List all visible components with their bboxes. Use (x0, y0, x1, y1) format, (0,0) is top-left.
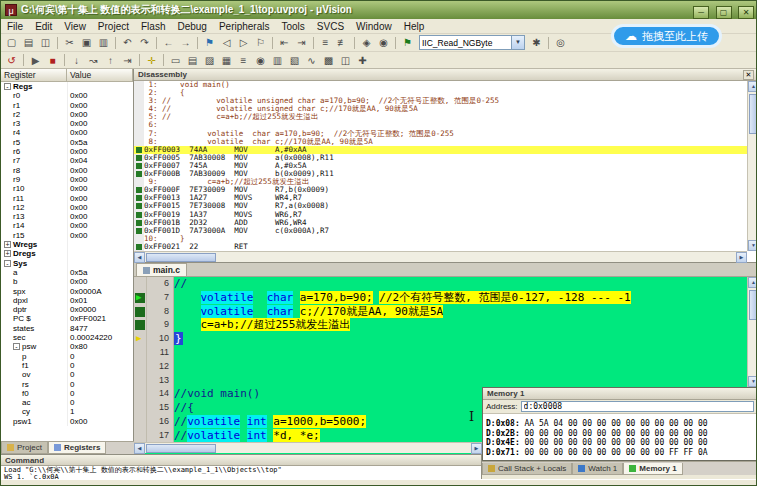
collapse-icon[interactable]: - (4, 260, 11, 267)
tab-memory-1[interactable]: Memory 1 (623, 463, 682, 475)
menu-debug[interactable]: Debug (171, 21, 212, 32)
tab-project[interactable]: Project (1, 442, 48, 454)
redo-button[interactable]: ↷ (136, 35, 153, 50)
editor-line[interactable]: 12 (134, 360, 747, 374)
menu-flash[interactable]: Flash (135, 21, 171, 32)
expand-icon[interactable]: + (4, 241, 11, 248)
scroll-thumb[interactable] (749, 290, 757, 320)
menu-file[interactable]: File (1, 21, 29, 32)
register-row-a[interactable]: a0x5a (1, 268, 133, 277)
register-row-r10[interactable]: r100x00 (1, 184, 133, 193)
register-row-psw[interactable]: -psw0x80 (1, 342, 133, 351)
register-row-r9[interactable]: r90x00 (1, 175, 133, 184)
register-row-r11[interactable]: r110x00 (1, 194, 133, 203)
column-register[interactable]: Register (1, 69, 67, 81)
register-row-r8[interactable]: r80x00 (1, 166, 133, 175)
open-file-button[interactable]: ▤ (20, 35, 37, 50)
registers-tree[interactable]: -Regsr00x00r10x00r20x00r30x00r40x00r50x5… (1, 82, 133, 441)
register-row-r6[interactable]: r60x00 (1, 147, 133, 156)
editor-line[interactable]: 11 (134, 346, 747, 360)
step-out-button[interactable]: ↑ (102, 53, 119, 68)
menu-project[interactable]: Project (92, 21, 135, 32)
scroll-right-icon[interactable]: ▶ (471, 443, 482, 454)
step-over-button[interactable]: ↝ (85, 53, 102, 68)
editor-line[interactable]: 9 c=a+b;//超过255就发生溢出 (134, 318, 747, 332)
navigate-forward-button[interactable]: → (177, 35, 194, 50)
register-row-regs[interactable]: -Regs (1, 82, 133, 91)
system-viewer-button[interactable]: ◫ (337, 53, 354, 68)
scroll-down-icon[interactable]: ▼ (748, 376, 757, 387)
scroll-left-icon[interactable]: ◀ (134, 252, 145, 263)
collapse-icon[interactable]: - (4, 83, 11, 90)
new-file-button[interactable]: ▢ (3, 35, 20, 50)
bookmark-toggle-button[interactable]: ⚑ (201, 35, 218, 50)
register-row-r0[interactable]: r00x00 (1, 91, 133, 100)
editor-line[interactable]: ▶10} (134, 332, 747, 346)
toolbox-button[interactable]: ✚ (354, 53, 371, 68)
minimize-button[interactable]: ─ (693, 6, 709, 19)
tab-watch-1[interactable]: Watch 1 (572, 463, 623, 475)
editor-vertical-scrollbar[interactable]: ▲ ▼ (747, 277, 757, 387)
scroll-thumb[interactable] (146, 444, 216, 453)
upload-overlay-button[interactable]: ☁ 拖拽至此上传 (611, 24, 722, 48)
chevron-down-icon[interactable]: ▼ (511, 36, 524, 49)
register-row-f0[interactable]: f00 (1, 389, 133, 398)
register-row-r2[interactable]: r20x00 (1, 110, 133, 119)
search-magnifier-button[interactable]: ◎ (552, 35, 569, 50)
scroll-left-icon[interactable]: ◀ (134, 443, 145, 454)
register-row-r4[interactable]: r40x00 (1, 128, 133, 137)
scroll-up-icon[interactable]: ▲ (748, 81, 757, 92)
register-row-cy[interactable]: cy1 (1, 407, 133, 416)
register-row-dptr[interactable]: dptr0x0000 (1, 305, 133, 314)
scroll-right-icon[interactable]: ▶ (736, 252, 747, 263)
copy-button[interactable]: ▣ (78, 35, 95, 50)
disassembly-horizontal-scrollbar[interactable]: ◀ ▶ (134, 251, 747, 262)
disassembly-window-button[interactable]: ▤ (184, 53, 201, 68)
editor-line[interactable]: 6// (134, 277, 747, 291)
editor-line[interactable]: 13 (134, 374, 747, 388)
menu-edit[interactable]: Edit (29, 21, 58, 32)
registers-window-button[interactable]: ▦ (218, 53, 235, 68)
menu-window[interactable]: Window (350, 21, 398, 32)
cut-button[interactable]: ✂ (61, 35, 78, 50)
reset-cpu-button[interactable]: ↺ (3, 53, 20, 68)
scroll-thumb[interactable] (749, 94, 757, 134)
register-row-r7[interactable]: r70x04 (1, 156, 133, 165)
register-row-sys[interactable]: -Sys (1, 259, 133, 268)
register-row-r5[interactable]: r50x5a (1, 138, 133, 147)
menu-svcs[interactable]: SVCS (311, 21, 350, 32)
register-row-ac[interactable]: ac0 (1, 398, 133, 407)
register-row-r13[interactable]: r130x00 (1, 212, 133, 221)
register-row-rs[interactable]: rs0 (1, 380, 133, 389)
indent-right-button[interactable]: ⇥ (293, 35, 310, 50)
register-row-pc[interactable]: PC $0xFF0021 (1, 314, 133, 323)
menu-help[interactable]: Help (398, 21, 431, 32)
call-stack-window-button[interactable]: ≡ (235, 53, 252, 68)
editor-line[interactable]: ▶7 volatile char a=170,b=90; //2个有符号整数, … (134, 291, 747, 305)
menu-view[interactable]: View (58, 21, 92, 32)
register-row-wregs[interactable]: +Wregs (1, 240, 133, 249)
register-row-f1[interactable]: f10 (1, 361, 133, 370)
uncomment-selection-button[interactable]: ≢ (334, 35, 351, 50)
expand-icon[interactable]: + (4, 250, 11, 257)
disassembly-vertical-scrollbar[interactable]: ▲ ▼ (747, 81, 757, 251)
bookmark-clear-button[interactable]: ⚐ (252, 35, 269, 50)
stop-button[interactable]: ■ (44, 53, 61, 68)
logic-analyzer-button[interactable]: ▩ (320, 53, 337, 68)
collapse-icon[interactable]: - (13, 343, 20, 350)
close-button[interactable]: ✕ (738, 6, 754, 19)
scroll-down-icon[interactable]: ▼ (748, 240, 757, 251)
menu-tools[interactable]: Tools (276, 21, 311, 32)
navigate-back-button[interactable]: ← (160, 35, 177, 50)
disassembly-close-button[interactable]: ✕ (743, 70, 754, 80)
tab-registers[interactable]: Registers (48, 442, 106, 454)
run-button[interactable]: ▶ (27, 53, 44, 68)
register-row-psw1[interactable]: psw10x00 (1, 417, 133, 426)
memory-address-input[interactable] (521, 401, 754, 412)
save-all-button[interactable]: ◫ (37, 35, 54, 50)
disassembly-content[interactable]: 1: void main() 2: { 3: // volatile unsig… (134, 81, 747, 251)
memory-content[interactable]: D:0x08: AA 5A 04 00 00 00 00 00 00 00 00… (483, 414, 757, 457)
register-row-p[interactable]: p0 (1, 352, 133, 361)
find-button[interactable]: ◉ (375, 35, 392, 50)
bookmark-previous-button[interactable]: ◁ (218, 35, 235, 50)
